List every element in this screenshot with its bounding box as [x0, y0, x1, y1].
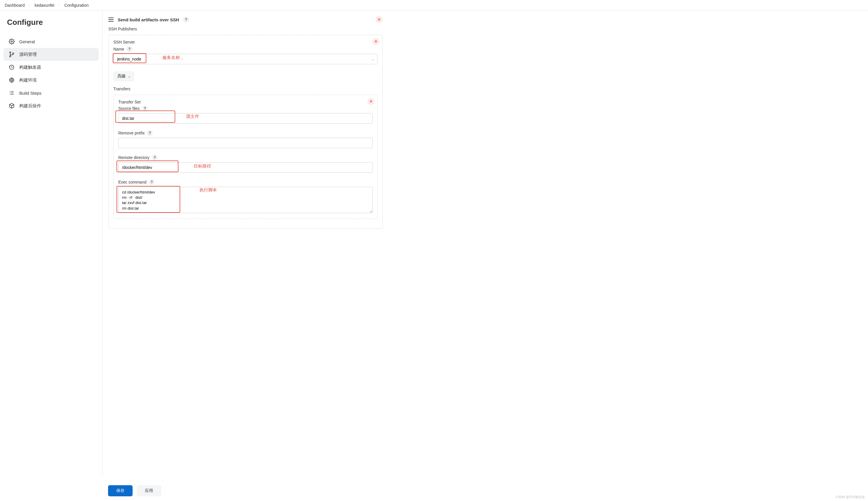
gear-icon — [9, 39, 14, 44]
sidebar-item-label: Build Steps — [19, 90, 42, 96]
sidebar-item-label: 源码管理 — [19, 52, 37, 57]
breadcrumb-configuration[interactable]: Configuration — [64, 3, 88, 8]
name-label: Name — [113, 47, 124, 52]
sidebar-item-scm[interactable]: 源码管理 — [3, 48, 99, 61]
sidebar-item-build-env[interactable]: 构建环境 — [3, 74, 99, 86]
page-title: Configure — [7, 18, 95, 27]
sidebar-item-general[interactable]: General — [3, 35, 99, 48]
help-icon[interactable]: ? — [147, 130, 153, 136]
sidebar-item-post-build[interactable]: 构建后操作 — [3, 99, 99, 112]
chevron-down-icon: ⌄ — [128, 75, 130, 78]
sidebar: Configure General 源码管理 构建触发器 — [0, 11, 102, 477]
clock-icon — [9, 64, 14, 70]
sidebar-item-build-steps[interactable]: Build Steps — [3, 86, 99, 99]
transfer-set-group: ✕ Transfer Set Source files ? 源文件 Rem — [113, 95, 378, 219]
advanced-button[interactable]: 高级 ⌄ — [113, 71, 134, 81]
svg-point-3 — [13, 53, 14, 54]
remove-server-button[interactable]: ✕ — [372, 38, 380, 45]
remote-directory-input[interactable] — [118, 162, 373, 173]
remove-prefix-label: Remove prefix — [118, 131, 145, 135]
sidebar-item-label: 构建触发器 — [19, 65, 41, 70]
remove-section-button[interactable]: ✕ — [376, 16, 383, 23]
remote-directory-label: Remote directory — [118, 155, 150, 160]
source-files-input[interactable] — [118, 113, 373, 124]
sidebar-item-label: 构建环境 — [19, 77, 37, 83]
package-icon — [9, 103, 14, 109]
chevron-right-icon: 〉 — [28, 3, 31, 7]
globe-icon — [9, 77, 14, 83]
section-title: Send build artifacts over SSH — [118, 17, 179, 22]
svg-point-2 — [10, 56, 11, 57]
help-icon[interactable]: ? — [149, 179, 154, 185]
remove-prefix-input[interactable] — [118, 138, 373, 148]
chevron-right-icon: 〉 — [58, 3, 61, 7]
sidebar-item-triggers[interactable]: 构建触发器 — [3, 61, 99, 74]
help-icon[interactable]: ? — [152, 154, 158, 160]
main-content: Send build artifacts over SSH ? ✕ SSH Pu… — [102, 11, 388, 477]
help-icon[interactable]: ? — [142, 106, 148, 111]
transfer-set-header: Transfer Set — [118, 100, 373, 104]
help-icon[interactable]: ? — [183, 17, 189, 22]
breadcrumb-dashboard[interactable]: Dashboard — [5, 3, 25, 8]
branch-icon — [9, 52, 14, 57]
sidebar-item-label: General — [19, 39, 35, 44]
exec-command-label: Exec command — [118, 180, 146, 184]
ssh-server-group: ✕ SSH Server Name ? jenkins_node ⌄ 服务名称， — [108, 35, 383, 228]
sidebar-item-label: 构建后操作 — [19, 103, 41, 109]
transfers-label: Transfers — [113, 86, 378, 91]
source-files-label: Source files — [118, 106, 140, 111]
ssh-publishers-label: SSH Publishers — [108, 26, 383, 31]
remove-transfer-button[interactable]: ✕ — [367, 98, 374, 105]
breadcrumb-project[interactable]: kedaxunfei — [35, 3, 55, 8]
svg-point-0 — [11, 41, 13, 42]
exec-command-textarea[interactable] — [118, 187, 373, 213]
help-icon[interactable]: ? — [127, 46, 132, 52]
ssh-server-header: SSH Server — [113, 40, 378, 44]
ssh-server-name-select[interactable]: jenkins_node — [113, 54, 378, 64]
svg-point-1 — [10, 52, 11, 53]
breadcrumb: Dashboard 〉 kedaxunfei 〉 Configuration — [0, 0, 868, 11]
steps-icon — [9, 90, 14, 96]
drag-handle-icon[interactable] — [108, 18, 113, 22]
